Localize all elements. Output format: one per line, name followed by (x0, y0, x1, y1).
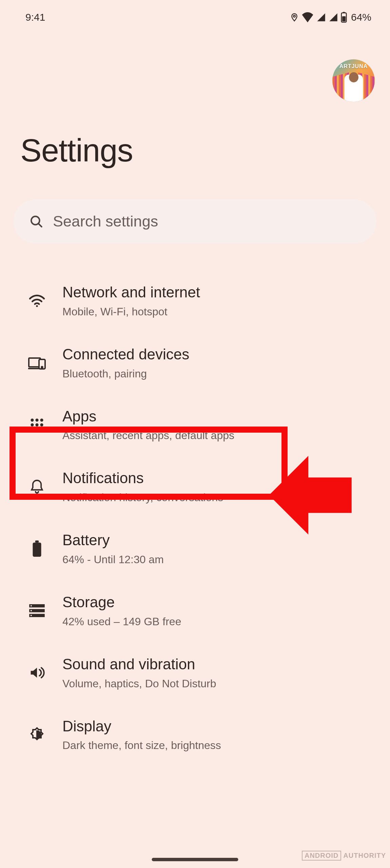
svg-point-11 (31, 418, 34, 421)
item-subtitle: Bluetooth, pairing (62, 367, 189, 380)
svg-rect-3 (342, 16, 346, 21)
item-apps[interactable]: Apps Assistant, recent apps, default app… (0, 394, 390, 456)
bell-icon (25, 479, 49, 495)
svg-point-13 (40, 418, 43, 421)
svg-rect-21 (35, 540, 39, 542)
speaker-icon (25, 665, 49, 680)
search-input[interactable] (53, 213, 361, 230)
item-notifications[interactable]: Notifications Notification history, conv… (0, 456, 390, 518)
svg-point-12 (35, 418, 38, 421)
svg-point-27 (31, 615, 32, 616)
apps-grid-icon (25, 418, 49, 432)
svg-point-16 (40, 423, 43, 426)
location-icon (290, 12, 299, 23)
status-bar: 9:41 64% (0, 0, 390, 27)
watermark-brand: ANDROID (302, 851, 341, 861)
battery-icon (341, 12, 347, 23)
header: ARTJUNA Settings (0, 27, 390, 169)
item-title: Notifications (62, 469, 223, 487)
svg-point-0 (293, 15, 295, 17)
svg-point-25 (31, 605, 32, 607)
watermark: ANDROID AUTHORITY (302, 851, 386, 861)
item-subtitle: 42% used – 149 GB free (62, 615, 181, 628)
profile-avatar[interactable]: ARTJUNA (332, 59, 375, 102)
svg-line-5 (39, 224, 42, 227)
item-battery[interactable]: Battery 64% - Until 12:30 am (0, 518, 390, 580)
settings-list: Network and internet Mobile, Wi-Fi, hots… (0, 264, 390, 766)
watermark-site: AUTHORITY (343, 852, 386, 860)
svg-point-10 (41, 367, 43, 368)
item-sound[interactable]: Sound and vibration Volume, haptics, Do … (0, 642, 390, 704)
avatar-label: ARTJUNA (332, 63, 375, 70)
svg-point-18 (35, 428, 38, 431)
item-title: Sound and vibration (62, 655, 216, 673)
svg-point-26 (31, 610, 32, 611)
devices-icon (25, 356, 49, 370)
signal-2-icon (329, 13, 338, 22)
wifi-icon (301, 12, 314, 22)
gesture-bar[interactable] (152, 858, 238, 861)
item-storage[interactable]: Storage 42% used – 149 GB free (0, 580, 390, 642)
item-subtitle: Dark theme, font size, brightness (62, 738, 221, 752)
item-subtitle: Notification history, conversations (62, 491, 223, 504)
item-devices[interactable]: Connected devices Bluetooth, pairing (0, 332, 390, 394)
signal-1-icon (316, 13, 326, 22)
svg-point-15 (35, 423, 38, 426)
status-indicators: 64% (290, 12, 371, 23)
svg-point-6 (36, 305, 38, 307)
item-title: Display (62, 717, 221, 735)
svg-point-19 (40, 428, 43, 431)
item-subtitle: Assistant, recent apps, default apps (62, 429, 234, 442)
item-network[interactable]: Network and internet Mobile, Wi-Fi, hots… (0, 270, 390, 332)
item-title: Battery (62, 531, 164, 549)
item-title: Storage (62, 593, 181, 611)
wifi-icon (25, 294, 49, 307)
item-display[interactable]: Display Dark theme, font size, brightnes… (0, 704, 390, 766)
item-subtitle: 64% - Until 12:30 am (62, 553, 164, 566)
battery-text: 64% (351, 12, 371, 23)
svg-rect-20 (33, 542, 41, 557)
svg-point-17 (31, 428, 34, 431)
item-title: Connected devices (62, 346, 189, 363)
status-time: 9:41 (25, 12, 45, 23)
item-subtitle: Volume, haptics, Do Not Disturb (62, 677, 216, 690)
item-title: Apps (62, 408, 234, 426)
search-bar[interactable] (14, 199, 376, 243)
battery-icon (25, 540, 49, 557)
search-icon (29, 214, 43, 229)
svg-rect-2 (343, 12, 345, 13)
item-title: Network and internet (62, 283, 200, 301)
page-title: Settings (20, 132, 370, 169)
brightness-icon (25, 727, 49, 743)
storage-icon (25, 604, 49, 617)
item-subtitle: Mobile, Wi-Fi, hotspot (62, 305, 200, 318)
svg-point-14 (31, 423, 34, 426)
